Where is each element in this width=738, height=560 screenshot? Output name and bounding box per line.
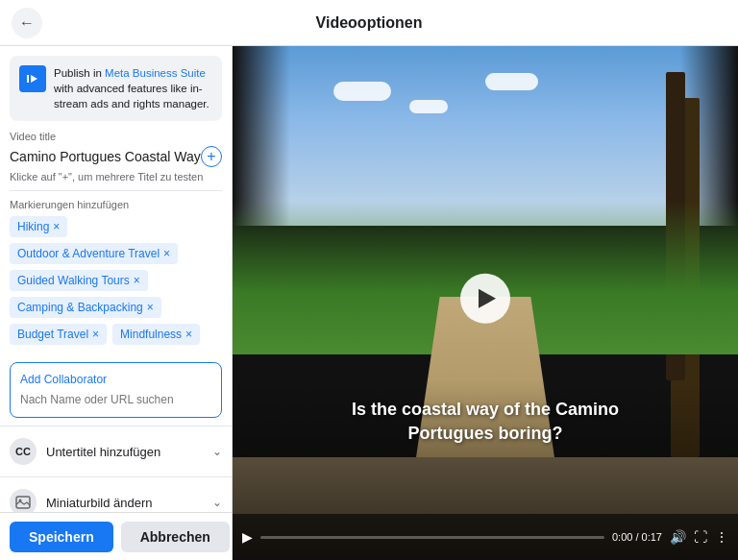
- subtitles-icon: CC: [10, 438, 37, 465]
- meta-business-suite-link[interactable]: Meta Business Suite: [105, 67, 206, 79]
- tag-mindfulness: Mindfulness ×: [112, 324, 200, 345]
- video-title-label: Video title: [10, 131, 222, 142]
- footer-bar: Speichern Abbrechen: [0, 512, 232, 560]
- tag-budget-label: Budget Travel: [17, 328, 88, 341]
- publish-banner: Publish in Meta Business Suite with adva…: [10, 56, 222, 121]
- volume-button[interactable]: 🔊: [670, 529, 686, 545]
- play-pause-control[interactable]: ▶: [242, 529, 253, 545]
- svg-rect-2: [27, 75, 29, 83]
- tag-camping-label: Camping & Backpacking: [17, 301, 143, 314]
- tag-outdoor-remove[interactable]: ×: [163, 248, 170, 259]
- subtitles-label: Untertitel hinzufügen: [46, 445, 160, 459]
- video-container: Is the coastal way of the Camino Portugu…: [233, 46, 738, 560]
- title-hint: Klicke auf "+", um mehrere Titel zu test…: [10, 171, 222, 183]
- tag-mindfulness-remove[interactable]: ×: [185, 329, 192, 340]
- tag-walking: Guided Walking Tours ×: [10, 270, 148, 291]
- meta-icon: [19, 65, 46, 92]
- time-current: 0:00: [612, 531, 632, 543]
- page-title: Videooptionen: [316, 14, 423, 32]
- play-triangle-icon: [479, 288, 496, 307]
- back-button[interactable]: ←: [12, 8, 42, 38]
- time-display: 0:00 / 0:17: [612, 531, 662, 543]
- tag-mindfulness-label: Mindfulness: [120, 328, 182, 341]
- more-options-button[interactable]: ⋮: [715, 529, 728, 545]
- play-button[interactable]: [460, 273, 510, 323]
- title-row: +: [10, 146, 222, 167]
- video-controls: ▶ 0:00 / 0:17 🔊 ⛶ ⋮: [233, 514, 738, 560]
- collaborator-input[interactable]: [20, 393, 211, 406]
- cloud-3: [485, 73, 538, 90]
- left-panel: Publish in Meta Business Suite with adva…: [0, 46, 233, 560]
- publish-text: Publish in Meta Business Suite with adva…: [54, 65, 212, 111]
- page-header: ← Videooptionen: [0, 0, 738, 46]
- collaborator-section: Add Collaborator: [10, 362, 222, 418]
- cloud-2: [409, 100, 448, 113]
- cloud-1: [333, 82, 391, 101]
- video-overlay-text: Is the coastal way of the Camino Portugu…: [351, 398, 620, 445]
- add-title-button[interactable]: +: [201, 146, 222, 167]
- tag-outdoor-label: Outdoor & Adventure Travel: [17, 247, 160, 260]
- tag-outdoor: Outdoor & Adventure Travel ×: [10, 243, 178, 264]
- thumbnail-icon: [10, 489, 37, 512]
- form-section: Video title + Klicke auf "+", um mehrere…: [0, 131, 232, 354]
- tag-budget: Budget Travel ×: [10, 324, 107, 345]
- save-button[interactable]: Speichern: [10, 522, 113, 552]
- progress-bar[interactable]: [260, 536, 604, 539]
- tag-camping-remove[interactable]: ×: [147, 302, 154, 313]
- tags-label: Markierungen hinzufügen: [10, 199, 222, 210]
- main-content: Publish in Meta Business Suite with adva…: [0, 46, 738, 560]
- divider-1: [10, 190, 222, 191]
- cancel-button[interactable]: Abbrechen: [121, 522, 230, 552]
- accordion-thumbnail-left: Miniaturbild ändern: [10, 489, 153, 512]
- tag-hiking: Hiking ×: [10, 216, 67, 237]
- thumbnail-label: Miniaturbild ändern: [46, 496, 153, 510]
- thumbnail-chevron: ⌄: [212, 496, 222, 509]
- video-title-input[interactable]: [10, 149, 201, 164]
- subtitles-chevron: ⌄: [212, 445, 222, 458]
- tag-budget-remove[interactable]: ×: [92, 329, 99, 340]
- tags-container: Hiking × Outdoor & Adventure Travel × Gu…: [10, 216, 222, 345]
- sky-area: [233, 46, 738, 226]
- accordion-subtitles-left: CC Untertitel hinzufügen: [10, 438, 160, 465]
- tag-walking-label: Guided Walking Tours: [17, 274, 130, 287]
- left-panel-inner: Publish in Meta Business Suite with adva…: [0, 46, 232, 512]
- accordion-subtitles[interactable]: CC Untertitel hinzufügen ⌄: [0, 426, 232, 476]
- tag-walking-remove[interactable]: ×: [134, 275, 140, 286]
- tag-camping: Camping & Backpacking ×: [10, 297, 161, 318]
- fullscreen-button[interactable]: ⛶: [694, 529, 707, 545]
- collaborator-label: Add Collaborator: [20, 373, 211, 386]
- accordion-thumbnail[interactable]: Miniaturbild ändern ⌄: [0, 476, 232, 512]
- right-panel: Is the coastal way of the Camino Portugu…: [233, 46, 738, 560]
- tag-hiking-remove[interactable]: ×: [53, 221, 60, 232]
- tag-hiking-label: Hiking: [17, 220, 49, 233]
- time-total: 0:17: [642, 531, 662, 543]
